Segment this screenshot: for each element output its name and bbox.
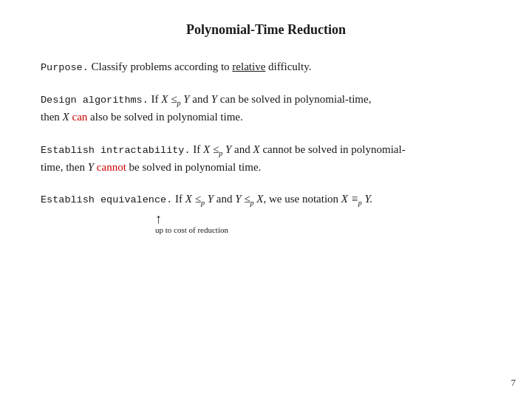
arrow-section: ↑ up to cost of reduction — [41, 212, 491, 234]
arrow-label-text: up to cost of reduction — [155, 225, 228, 234]
slide: Polynomial-Time Reduction Purpose. Class… — [0, 0, 532, 399]
design-text1: and — [190, 93, 211, 105]
equivalence-text2: we use notation — [266, 193, 341, 205]
intractability-label: Establish intractability. — [41, 145, 191, 156]
equivalence-sub2: p — [250, 199, 253, 207]
equivalence-intro: If — [172, 193, 185, 205]
intractability-section: Establish intractability. If X ≤p Y and … — [41, 141, 491, 177]
slide-title: Polynomial-Time Reduction — [41, 22, 491, 38]
equivalence-math5: X ≡p Y. — [341, 193, 373, 205]
design-text2: can be solved in polynomial-time, — [217, 93, 371, 105]
intractability-math1: X ≤p Y — [203, 143, 231, 155]
design-math1: X ≤p Y — [161, 93, 189, 105]
intractability-intro: If — [191, 143, 204, 155]
intractability-line2a: time, then — [41, 161, 88, 173]
design-can: can — [69, 111, 88, 123]
intractability-paragraph-line2: time, then Y cannot be solved in polynom… — [41, 159, 491, 176]
intractability-math3: X — [253, 143, 259, 155]
equivalence-paragraph: Establish equivalence. If X ≤p Y and Y ≤… — [41, 191, 491, 209]
purpose-text-after: difficulty. — [265, 61, 311, 72]
design-then: then — [41, 111, 63, 123]
arrow-symbol: ↑ — [155, 212, 162, 225]
design-paragraph-line1: Design algorithms. If X ≤p Y and Y can b… — [41, 91, 491, 109]
equivalence-math1: X ≤p Y — [185, 193, 214, 205]
intractability-paragraph-line1: Establish intractability. If X ≤p Y and … — [41, 141, 491, 160]
intractability-text2: cannot be solved in polynomial- — [260, 143, 406, 155]
equivalence-sub3: p — [358, 199, 362, 207]
equivalence-sub1: p — [201, 199, 205, 207]
design-math4: X — [63, 111, 69, 123]
purpose-paragraph: Purpose. Classify problems according to … — [41, 58, 491, 76]
design-section: Design algorithms. If X ≤p Y and Y can b… — [41, 91, 491, 126]
page-number: 7 — [511, 377, 516, 389]
equivalence-label: Establish equivalence. — [41, 194, 172, 205]
intractability-math4: Y — [88, 161, 94, 173]
intractability-text3: be solved in polynomial time. — [126, 161, 261, 173]
equivalence-text1: and — [214, 193, 235, 205]
design-sub1: p — [177, 99, 180, 107]
design-text3: also be solved in polynomial time. — [87, 111, 242, 123]
design-intro: If — [149, 93, 162, 105]
intractability-text1: and — [231, 143, 253, 155]
equivalence-math3: Y ≤p X, — [235, 193, 266, 205]
purpose-label: Purpose. — [41, 62, 89, 73]
intractability-sub1: p — [219, 149, 222, 157]
equivalence-section: Establish equivalence. If X ≤p Y and Y ≤… — [41, 191, 491, 234]
purpose-highlight: relative — [232, 61, 265, 72]
design-paragraph-line2: then X can also be solved in polynomial … — [41, 109, 491, 126]
design-math3: Y — [211, 93, 217, 105]
intractability-cannot: cannot — [94, 161, 126, 173]
purpose-text-before: Classify problems according to — [89, 61, 233, 72]
design-label: Design algorithms. — [41, 95, 149, 106]
purpose-section: Purpose. Classify problems according to … — [41, 58, 491, 76]
